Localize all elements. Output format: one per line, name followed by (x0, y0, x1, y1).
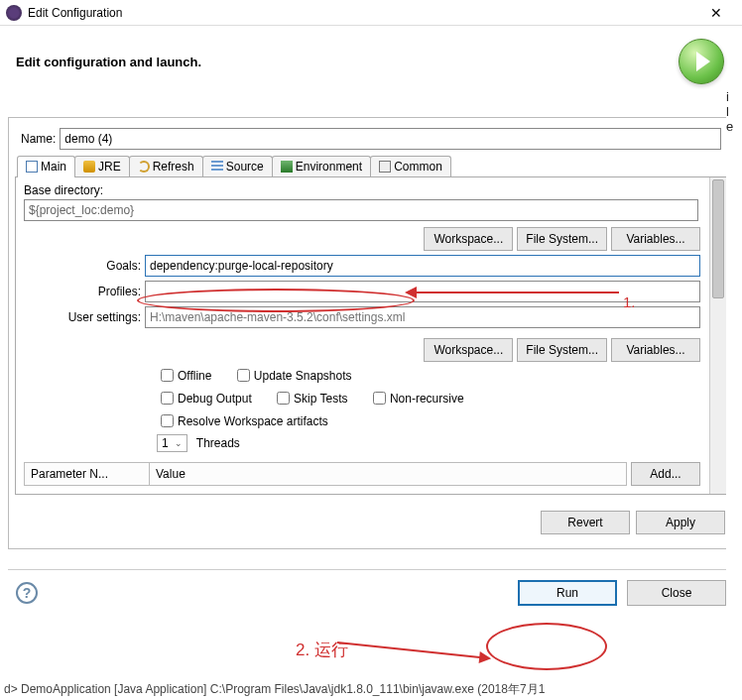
offline-checkbox[interactable] (161, 369, 174, 382)
offline-label: Offline (178, 369, 211, 383)
usersettings-input[interactable] (145, 306, 700, 328)
run-big-icon (679, 39, 724, 84)
banner: Edit configuration and launch. (0, 26, 742, 97)
common-icon (379, 161, 391, 173)
param-value-header: Value (149, 462, 627, 486)
threads-value: 1 (162, 436, 169, 450)
tab-refresh[interactable]: Refresh (129, 156, 203, 176)
tab-common[interactable]: Common (370, 156, 451, 176)
background-clip: ile (726, 89, 742, 700)
tab-env-label: Environment (296, 160, 362, 174)
threads-label: Threads (196, 436, 240, 450)
resolve-checkbox[interactable] (161, 414, 174, 427)
update-checkbox[interactable] (237, 369, 250, 382)
skip-label: Skip Tests (294, 392, 347, 406)
name-label: Name: (21, 132, 56, 146)
variables-button[interactable]: Variables... (611, 227, 700, 251)
env-icon (281, 161, 293, 173)
basedir-label: Base directory: (24, 183, 718, 197)
close-icon[interactable]: ✕ (696, 0, 736, 26)
workspace-button[interactable]: Workspace... (424, 227, 513, 251)
profiles-input[interactable] (145, 281, 700, 302)
chevron-down-icon: ⌄ (175, 438, 183, 448)
usersettings-label: User settings: (24, 310, 145, 324)
basedir-input[interactable] (24, 199, 698, 221)
threads-spinner[interactable]: 1⌄ (157, 434, 187, 452)
debug-label: Debug Output (178, 392, 252, 406)
tab-refresh-label: Refresh (153, 160, 194, 174)
skip-check[interactable]: Skip Tests (273, 389, 347, 408)
annotation-arrow-2 (337, 642, 489, 659)
name-input[interactable] (60, 128, 721, 150)
banner-title: Edit configuration and launch. (16, 55, 201, 69)
help-icon[interactable]: ? (16, 582, 38, 604)
resolve-label: Resolve Workspace artifacts (178, 414, 328, 428)
jre-icon (83, 161, 95, 173)
skip-checkbox[interactable] (277, 392, 290, 405)
footer: ? Run Close (8, 569, 734, 612)
window-title: Edit Configuration (28, 6, 122, 20)
filesystem-button-2[interactable]: File System... (517, 338, 607, 362)
tab-source-label: Source (226, 160, 264, 174)
eclipse-icon (6, 5, 22, 21)
status-bar: d> DemoApplication [Java Application] C:… (0, 679, 742, 700)
tab-main[interactable]: Main (17, 156, 75, 177)
tab-source[interactable]: Source (202, 156, 273, 176)
annotation-oval-run (486, 623, 607, 670)
variables-button-2[interactable]: Variables... (611, 338, 700, 362)
nonrec-check[interactable]: Non-recursive (369, 389, 464, 408)
goals-label: Goals: (24, 259, 145, 273)
debug-checkbox[interactable] (161, 392, 174, 405)
close-button[interactable]: Close (627, 580, 726, 606)
workspace-button-2[interactable]: Workspace... (424, 338, 513, 362)
goals-input[interactable] (145, 255, 700, 277)
refresh-icon (138, 161, 150, 173)
main-pane: Base directory: Workspace... File System… (15, 177, 727, 495)
config-panel: Name: Main JRE Refresh Source Environmen… (8, 117, 734, 549)
nonrec-checkbox[interactable] (373, 392, 386, 405)
tab-main-label: Main (41, 160, 66, 174)
source-icon (211, 161, 223, 173)
scrollbar-thumb[interactable] (712, 179, 724, 298)
run-button[interactable]: Run (518, 580, 617, 606)
titlebar: Edit Configuration ✕ (0, 0, 742, 26)
debug-check[interactable]: Debug Output (157, 389, 252, 408)
offline-check[interactable]: Offline (157, 366, 211, 385)
update-check[interactable]: Update Snapshots (233, 366, 352, 385)
tab-environment[interactable]: Environment (272, 156, 371, 176)
revert-button[interactable]: Revert (541, 511, 630, 534)
tab-jre-label: JRE (98, 160, 121, 174)
sheet-icon (26, 161, 38, 173)
tab-jre[interactable]: JRE (74, 156, 130, 176)
annotation-label-2: 2. 运行 (296, 639, 348, 661)
tab-common-label: Common (394, 160, 442, 174)
resolve-check[interactable]: Resolve Workspace artifacts (157, 411, 328, 430)
filesystem-button[interactable]: File System... (517, 227, 607, 251)
param-name-header: Parameter N... (24, 462, 149, 486)
tabs: Main JRE Refresh Source Environment Comm… (15, 156, 727, 177)
profiles-label: Profiles: (24, 285, 145, 298)
apply-button[interactable]: Apply (636, 511, 725, 534)
add-button[interactable]: Add... (631, 462, 700, 486)
update-label: Update Snapshots (254, 369, 352, 383)
nonrec-label: Non-recursive (390, 392, 464, 406)
